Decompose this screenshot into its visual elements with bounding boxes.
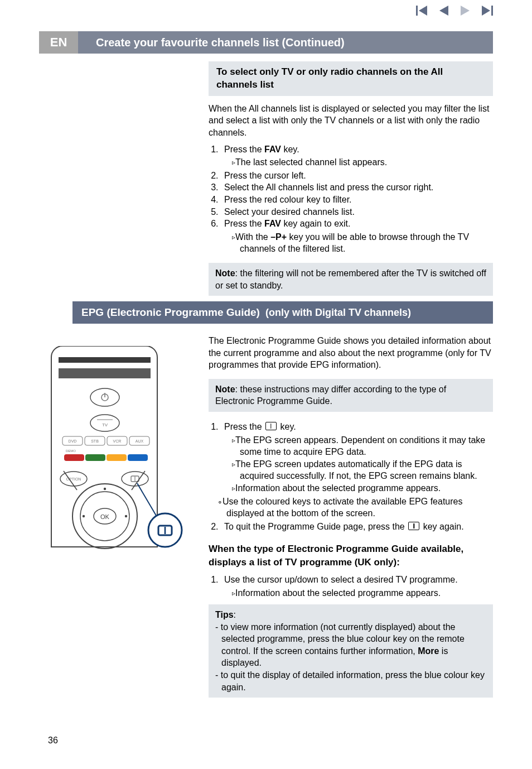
step-5: Select your desired channels list. — [221, 206, 493, 218]
svg-rect-5 — [491, 6, 493, 16]
epg-step-1: Press the key. The EPG screen appears. D… — [221, 421, 493, 520]
steps-list-2: Press the key. The EPG screen appears. D… — [209, 421, 493, 532]
last-icon[interactable] — [481, 6, 493, 16]
svg-point-29 — [83, 515, 85, 517]
tip-1: - to view more information (not currentl… — [221, 621, 486, 669]
note-box-1: Note: the filtering will not be remember… — [209, 263, 493, 296]
section-1-content: To select only TV or only radio channels… — [209, 61, 493, 296]
step-6: Press the FAV key again to exit. With th… — [221, 218, 493, 255]
step-2: Press the cursor left. — [221, 170, 493, 182]
section-title-2-main: EPG (Electronic Programme Guide) — [81, 305, 260, 320]
step-1: Press the FAV key. The last selected cha… — [221, 143, 493, 169]
remote-demo-label: DEMO — [66, 449, 76, 453]
section-title-1: Create your favourite channels list (Con… — [78, 31, 493, 54]
remote-tv-label: TV — [102, 422, 108, 427]
guide-icon — [408, 522, 419, 530]
svg-rect-18 — [85, 454, 105, 461]
uk-step-1-sub: Information about the selected programme… — [236, 587, 493, 599]
prev-icon[interactable] — [438, 6, 449, 16]
sub-heading-1: To select only TV or only radio channels… — [209, 61, 493, 96]
uk-steps-list: Use the cursor up/down to select a desir… — [209, 574, 493, 599]
epg-circ-1: Use the coloured keys to activate the av… — [223, 496, 493, 520]
top-nav — [416, 6, 493, 16]
section-2-content: The Electronic Programme Guide shows you… — [209, 335, 493, 698]
epg-step-1-sub3: Information about the selected programme… — [236, 482, 493, 494]
tips-box: Tips: - to view more information (not cu… — [209, 604, 493, 698]
language-badge: EN — [39, 31, 78, 54]
bold-subheading: When the type of Electronic Programme Gu… — [209, 542, 493, 569]
remote-ok-label: OK — [100, 513, 110, 520]
remote-aux-label: AUX — [136, 439, 144, 443]
remote-stb-label: STB — [91, 439, 99, 443]
section-title-2: EPG (Electronic Programme Guide) (only w… — [72, 301, 493, 324]
svg-marker-3 — [461, 6, 470, 16]
step-1-sub: The last selected channel list appears. — [236, 156, 493, 169]
epg-step-2: To quit the Programme Guide page, press … — [221, 521, 493, 533]
step-3: Select the All channels list and press t… — [221, 181, 493, 194]
first-icon[interactable] — [416, 6, 428, 16]
svg-rect-0 — [416, 6, 418, 16]
epg-step-1-sub1: The EPG screen appears. Dependent on con… — [236, 434, 493, 458]
svg-rect-19 — [107, 454, 127, 461]
svg-point-28 — [104, 488, 106, 490]
tips-title: Tips — [215, 610, 234, 619]
svg-rect-7 — [59, 368, 151, 378]
note-box-2: Note: these instructions may differ acco… — [209, 379, 493, 412]
step-6-sub: With the –P+ key you will be able to bro… — [236, 231, 493, 255]
epg-step-1-sub2: The EPG screen updates automatically if … — [236, 458, 493, 482]
uk-step-1: Use the cursor up/down to select a desir… — [221, 574, 493, 599]
svg-rect-6 — [59, 357, 151, 363]
svg-marker-4 — [482, 6, 490, 16]
intro-paragraph-2: The Electronic Programme Guide shows you… — [209, 335, 493, 371]
step-4: Press the red colour key to filter. — [221, 194, 493, 206]
svg-rect-20 — [128, 454, 148, 461]
remote-dvd-label: DVD — [69, 439, 77, 443]
tip-2: - to quit the display of detailed inform… — [221, 669, 486, 693]
svg-marker-1 — [419, 6, 427, 16]
guide-icon — [265, 422, 277, 430]
section-title-2-sub: (only with Digital TV channels) — [265, 306, 411, 319]
page-number: 36 — [48, 734, 58, 747]
remote-control-illustration: TV DVD STB VCR AUX DEMO OPTION — [50, 346, 184, 569]
steps-list-1: Press the FAV key. The last selected cha… — [209, 143, 493, 255]
svg-marker-2 — [439, 6, 448, 16]
svg-rect-17 — [64, 454, 84, 461]
remote-vcr-label: VCR — [113, 439, 122, 443]
intro-paragraph-1: When the All channels list is displayed … — [209, 103, 493, 139]
next-icon[interactable] — [460, 6, 471, 16]
svg-point-30 — [125, 515, 127, 517]
